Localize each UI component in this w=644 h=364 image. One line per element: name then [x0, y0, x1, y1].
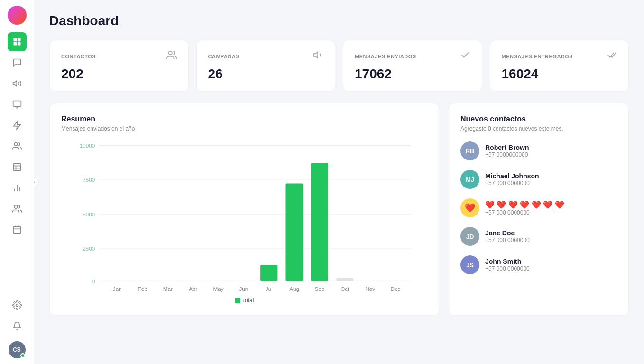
svg-text:Apr: Apr — [189, 286, 197, 292]
check-icon — [460, 50, 470, 63]
new-contacts-subtitle: Agregaste 0 contactos nuevos este mes. — [460, 125, 617, 132]
page-title: Dashboard — [49, 13, 629, 28]
contact-item-4[interactable]: JS John Smith +57 000 0000000 — [460, 255, 617, 274]
bottom-row: Resumen Mensajes enviados en el año 1000… — [49, 103, 629, 316]
sidebar-item-contacts[interactable] — [8, 137, 27, 156]
stat-value-delivered: 16024 — [502, 66, 617, 82]
contact-name-rb: Robert Brown — [485, 144, 529, 151]
contact-info-mj: Michael Johnson +57 000 0000000 — [485, 172, 539, 187]
svg-rect-2 — [13, 42, 17, 46]
contact-name-js: John Smith — [485, 258, 530, 265]
sidebar-item-settings[interactable] — [8, 296, 27, 315]
svg-marker-24 — [314, 52, 318, 58]
svg-text:7500: 7500 — [83, 177, 95, 183]
contact-avatar-rb: RB — [460, 141, 479, 160]
stat-card-delivered: MENSAJES ENTREGADOS 16024 — [490, 40, 629, 92]
sidebar-item-dashboard[interactable] — [8, 32, 27, 51]
svg-point-17 — [14, 205, 18, 209]
stat-value-contacts: 202 — [61, 66, 177, 82]
sidebar-item-chat[interactable] — [8, 53, 27, 72]
chart-card: Resumen Mensajes enviados en el año 1000… — [49, 103, 439, 316]
svg-text:Mar: Mar — [163, 286, 173, 292]
svg-rect-10 — [13, 164, 20, 171]
main-content: Dashboard CONTACTOS 202 CAMPAÑAS — [34, 0, 644, 364]
contact-item-2[interactable]: ❤️ ❤️ ❤️ ❤️ ❤️ ❤️ ❤️ ❤️ +57 000 0000000 — [460, 198, 617, 217]
contact-info-js: John Smith +57 000 0000000 — [485, 258, 530, 272]
app-logo[interactable] — [8, 6, 27, 25]
sidebar-item-notifications[interactable] — [8, 317, 27, 336]
contact-name-mj: Michael Johnson — [485, 172, 539, 180]
svg-text:Jul: Jul — [266, 286, 273, 292]
svg-rect-44 — [336, 278, 353, 281]
svg-text:Dec: Dec — [391, 286, 401, 292]
legend-dot — [235, 298, 240, 303]
sidebar-item-team[interactable] — [8, 199, 27, 218]
legend-label: total — [243, 297, 254, 304]
contact-avatar-emoji: ❤️ — [460, 198, 479, 217]
contact-item-3[interactable]: JD Jane Doe +57 000 0000000 — [460, 227, 617, 246]
contact-phone-rb: +57 0000000000 — [485, 151, 529, 158]
new-contacts-card: Nuevos contactos Agregaste 0 contactos n… — [449, 103, 629, 316]
double-check-icon — [607, 50, 617, 63]
chart-subtitle: Mensajes enviados en el año — [61, 125, 427, 132]
svg-rect-18 — [13, 226, 20, 233]
sidebar-item-display[interactable] — [8, 95, 27, 114]
contact-phone-mj: +57 000 0000000 — [485, 180, 539, 187]
svg-text:Aug: Aug — [289, 286, 299, 292]
contact-info-emoji: ❤️ ❤️ ❤️ ❤️ ❤️ ❤️ ❤️ +57 000 0000000 — [485, 200, 564, 216]
svg-text:Feb: Feb — [138, 286, 147, 292]
svg-rect-3 — [17, 42, 20, 46]
svg-point-22 — [16, 304, 18, 307]
contact-info-jd: Jane Doe +57 000 0000000 — [485, 229, 530, 243]
contact-item-0[interactable]: RB Robert Brown +57 0000000000 — [460, 141, 617, 160]
contact-info-rb: Robert Brown +57 0000000000 — [485, 144, 529, 158]
contact-avatar-mj: MJ — [460, 170, 479, 189]
svg-rect-41 — [260, 265, 277, 281]
contact-name-emoji: ❤️ ❤️ ❤️ ❤️ ❤️ ❤️ ❤️ — [485, 200, 564, 209]
svg-text:10000: 10000 — [80, 142, 95, 149]
chart-legend: total — [61, 297, 427, 304]
svg-text:5000: 5000 — [83, 211, 95, 217]
svg-text:Sep: Sep — [315, 286, 325, 292]
contact-phone-js: +57 000 0000000 — [485, 265, 530, 272]
sidebar-item-table[interactable] — [8, 158, 27, 177]
sidebar-item-automation[interactable] — [8, 116, 27, 135]
svg-text:0: 0 — [92, 278, 95, 284]
sidebar-item-calendar[interactable] — [8, 220, 27, 239]
svg-marker-4 — [13, 81, 17, 86]
svg-rect-0 — [13, 38, 17, 42]
svg-point-9 — [14, 143, 18, 146]
contact-name-jd: Jane Doe — [485, 229, 530, 237]
contact-phone-jd: +57 000 0000000 — [485, 237, 530, 243]
svg-rect-43 — [311, 163, 328, 281]
sidebar-item-campaigns[interactable] — [8, 74, 27, 93]
svg-text:May: May — [213, 286, 224, 292]
stat-label-campaigns: CAMPAÑAS — [208, 54, 240, 59]
campaigns-icon — [313, 50, 323, 63]
sidebar-item-reports[interactable] — [8, 178, 27, 197]
contact-phone-emoji: +57 000 0000000 — [485, 209, 564, 216]
svg-marker-8 — [13, 121, 20, 130]
online-indicator — [20, 353, 25, 358]
stat-card-sent: MENSAJES ENVIADOS 17062 — [343, 40, 482, 92]
svg-text:2500: 2500 — [83, 245, 95, 252]
svg-text:Jan: Jan — [113, 286, 122, 292]
stat-value-sent: 17062 — [355, 66, 470, 82]
svg-text:Oct: Oct — [340, 286, 350, 292]
svg-text:Nov: Nov — [365, 286, 375, 292]
contact-item-1[interactable]: MJ Michael Johnson +57 000 0000000 — [460, 170, 617, 189]
contact-avatar-js: JS — [460, 255, 479, 274]
stat-card-contacts: CONTACTOS 202 — [49, 40, 189, 92]
user-avatar[interactable]: CS — [9, 341, 26, 358]
new-contacts-title: Nuevos contactos — [460, 115, 617, 123]
svg-rect-42 — [285, 184, 303, 281]
svg-point-23 — [168, 51, 172, 55]
svg-rect-5 — [13, 101, 21, 107]
sidebar: CS — [0, 0, 34, 364]
contacts-icon — [166, 50, 177, 63]
svg-text:Jun: Jun — [239, 286, 248, 292]
chart-title: Resumen — [61, 115, 427, 123]
contact-avatar-jd: JD — [460, 227, 479, 246]
bar-chart: 10000 7500 5000 2500 0 — [61, 141, 427, 293]
svg-rect-1 — [17, 38, 20, 42]
